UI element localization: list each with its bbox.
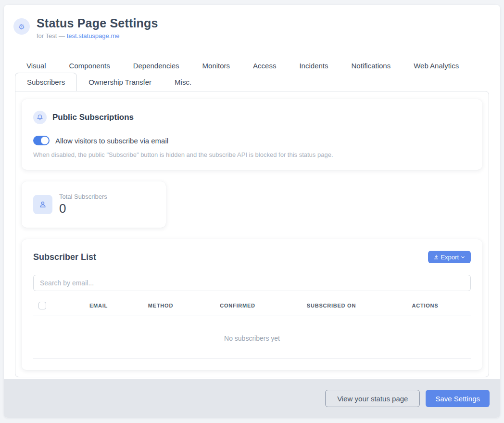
column-header-confirmed: CONFIRMED bbox=[192, 303, 283, 308]
card-main: ⚙ Status Page Settings for Test — test.s… bbox=[4, 5, 500, 379]
tab-subscribers[interactable]: Subscribers bbox=[15, 73, 77, 91]
empty-state-text: No subscribers yet bbox=[224, 334, 280, 342]
tab-misc[interactable]: Misc. bbox=[163, 73, 203, 91]
toggle-helper-text: When disabled, the public "Subscribe" bu… bbox=[33, 151, 471, 158]
select-all-cell bbox=[33, 302, 68, 309]
subscriber-list-header: Subscriber List Export bbox=[33, 251, 471, 263]
public-subscriptions-title: Public Subscriptions bbox=[52, 113, 134, 122]
subscriber-list-card: Subscriber List Export bbox=[22, 239, 482, 370]
public-subscriptions-header: Public Subscriptions bbox=[33, 111, 471, 124]
column-header-actions: ACTIONS bbox=[379, 303, 471, 308]
tab-incidents[interactable]: Incidents bbox=[288, 59, 340, 73]
tab-access[interactable]: Access bbox=[241, 59, 288, 73]
empty-state-row: No subscribers yet bbox=[33, 316, 471, 359]
select-all-checkbox[interactable] bbox=[38, 302, 46, 309]
toggle-knob bbox=[41, 137, 49, 144]
tab-components[interactable]: Components bbox=[58, 59, 122, 73]
subscribers-panel: Public Subscriptions Allow visitors to s… bbox=[15, 91, 489, 377]
tab-ownership-transfer[interactable]: Ownership Transfer bbox=[77, 73, 163, 91]
tab-visual[interactable]: Visual bbox=[15, 59, 58, 73]
column-header-subscribed-on: SUBSCRIBED ON bbox=[283, 303, 379, 308]
bell-icon bbox=[37, 114, 43, 121]
view-status-page-button[interactable]: View your status page bbox=[325, 390, 420, 407]
tab-monitors[interactable]: Monitors bbox=[191, 59, 242, 73]
allow-subscribe-toggle[interactable] bbox=[33, 136, 50, 145]
download-icon bbox=[433, 254, 439, 260]
subscriber-list-title: Subscriber List bbox=[33, 252, 96, 262]
tab-web-analytics[interactable]: Web Analytics bbox=[402, 59, 470, 73]
card-footer: View your status page Save Settings bbox=[4, 379, 500, 418]
chevron-down-icon bbox=[460, 255, 466, 260]
search-input[interactable] bbox=[33, 275, 471, 291]
total-subscribers-card: Total Subscribers 0 bbox=[22, 181, 166, 228]
export-button-label: Export bbox=[441, 254, 459, 261]
gear-icon: ⚙ bbox=[18, 23, 25, 30]
bell-icon-badge bbox=[33, 111, 47, 124]
stat-value: 0 bbox=[59, 201, 107, 216]
toggle-label: Allow visitors to subscribe via email bbox=[55, 137, 168, 145]
settings-avatar: ⚙ bbox=[13, 18, 30, 35]
stat-label: Total Subscribers bbox=[59, 193, 107, 200]
page-header: ⚙ Status Page Settings for Test — test.s… bbox=[4, 16, 500, 39]
export-button[interactable]: Export bbox=[428, 251, 471, 263]
subscribers-table: EMAIL METHOD CONFIRMED SUBSCRIBED ON ACT… bbox=[33, 302, 471, 359]
tab-dependencies[interactable]: Dependencies bbox=[122, 59, 191, 73]
status-page-settings-card: ⚙ Status Page Settings for Test — test.s… bbox=[4, 5, 500, 418]
column-header-email: EMAIL bbox=[68, 303, 129, 308]
table-header-row: EMAIL METHOD CONFIRMED SUBSCRIBED ON ACT… bbox=[33, 302, 471, 316]
status-page-link[interactable]: test.statuspage.me bbox=[67, 32, 120, 39]
header-text: Status Page Settings for Test — test.sta… bbox=[37, 16, 158, 39]
tab-notifications[interactable]: Notifications bbox=[340, 59, 403, 73]
tab-row-2: Subscribers Ownership Transfer Misc. bbox=[15, 73, 489, 91]
column-header-method: METHOD bbox=[129, 303, 192, 308]
user-icon bbox=[38, 200, 47, 209]
page-title: Status Page Settings bbox=[37, 16, 158, 30]
subscribe-toggle-row: Allow visitors to subscribe via email bbox=[33, 136, 471, 145]
tab-row-1: Visual Components Dependencies Monitors … bbox=[15, 59, 489, 73]
user-icon-badge bbox=[33, 195, 52, 214]
public-subscriptions-card: Public Subscriptions Allow visitors to s… bbox=[22, 99, 482, 170]
save-settings-button[interactable]: Save Settings bbox=[426, 390, 490, 407]
tabs: Visual Components Dependencies Monitors … bbox=[15, 59, 489, 377]
stat-text: Total Subscribers 0 bbox=[59, 193, 107, 216]
subtitle-prefix: for Test — bbox=[37, 32, 67, 39]
page-subtitle: for Test — test.statuspage.me bbox=[37, 32, 158, 39]
